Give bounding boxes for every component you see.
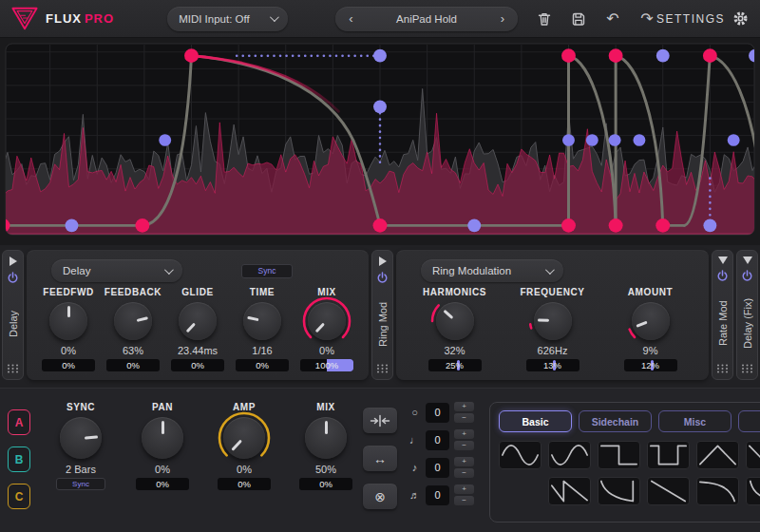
shape-sine[interactable]	[499, 441, 542, 469]
mod-amount-slider[interactable]: 12%	[624, 359, 677, 371]
lfo-knob-row: SYNC2 BarsSync PAN0%0% AMP0%0% MIX50%0%	[49, 402, 357, 490]
mix-knob[interactable]	[308, 302, 346, 340]
lfo-slot-c[interactable]: C	[8, 484, 30, 509]
preset-name[interactable]: AniPad Hold	[396, 13, 457, 25]
amount-knob[interactable]	[632, 302, 670, 340]
delete-preset-button[interactable]	[535, 10, 554, 28]
converge-arrows-icon	[370, 414, 390, 428]
mod-amount-slider[interactable]: 0%	[42, 359, 95, 371]
decrement-button[interactable]: −	[454, 468, 474, 478]
power-icon[interactable]	[741, 270, 753, 282]
knob-pointer	[636, 321, 647, 328]
module-strip-rate-mod[interactable]: Rate Mod	[712, 250, 733, 380]
knob-value: 63%	[123, 345, 143, 356]
decrement-button[interactable]: −	[454, 496, 474, 505]
module-strip-label: Delay (Fix)	[742, 288, 753, 358]
lfo-slot-a[interactable]: A	[8, 409, 30, 435]
glide-knob[interactable]	[179, 302, 217, 340]
preset-prev-button[interactable]: ‹	[347, 11, 354, 26]
drag-handle-icon[interactable]	[376, 364, 389, 373]
preset-next-button[interactable]: ›	[499, 11, 506, 26]
settings-button[interactable]: SETTINGS	[656, 10, 749, 27]
decrement-button[interactable]: −	[454, 413, 474, 423]
drag-handle-icon[interactable]	[7, 364, 19, 373]
redo-button[interactable]: ↷	[637, 10, 656, 28]
shape-square-inv[interactable]	[647, 441, 690, 469]
power-icon[interactable]	[7, 272, 19, 284]
sync-toggle[interactable]: Sync	[56, 478, 105, 490]
mod-amount-slider[interactable]: 0%	[218, 478, 271, 490]
delay-type-dropdown[interactable]: Delay	[51, 259, 182, 282]
decrement-button[interactable]: −	[454, 441, 474, 450]
preset-selector: ‹ AniPad Hold ›	[335, 7, 518, 31]
shape-saw-double[interactable]	[548, 477, 591, 505]
module-strip-ring-mod[interactable]: Ring Mod	[371, 250, 393, 380]
feedback-knob[interactable]	[114, 302, 152, 340]
mod-amount-slider[interactable]: 0%	[171, 359, 224, 371]
knob-label: SYNC	[66, 402, 95, 412]
delay-sync-toggle[interactable]: Sync	[241, 264, 293, 278]
mod-value: 0%	[136, 478, 189, 490]
frequency-knob[interactable]	[534, 302, 572, 340]
power-icon[interactable]	[376, 272, 389, 284]
mix-knob[interactable]	[305, 417, 347, 459]
step-value[interactable]: 0	[426, 430, 449, 450]
step-value[interactable]: 0	[426, 403, 449, 423]
shape-triangle[interactable]	[696, 441, 739, 469]
shape-sine-inv[interactable]	[548, 441, 591, 469]
tab-user[interactable]: User	[738, 410, 760, 432]
envelope-editor-canvas[interactable]	[3, 42, 757, 239]
sync-knob[interactable]	[60, 417, 102, 459]
collapse-arrow-icon[interactable]	[10, 256, 17, 266]
harmonics-knob[interactable]	[436, 302, 474, 340]
mod-amount-slider[interactable]: 0%	[299, 478, 352, 490]
collapse-arrow-icon[interactable]	[718, 256, 728, 264]
shape-log-decay[interactable]	[696, 477, 739, 505]
collapse-arrow-icon[interactable]	[743, 256, 752, 264]
step-value[interactable]: 0	[426, 485, 449, 505]
power-icon[interactable]	[716, 270, 729, 282]
increment-button[interactable]: +	[454, 457, 474, 466]
trash-icon	[537, 11, 552, 27]
tab-basic[interactable]: Basic	[499, 410, 572, 432]
collapse-arrow-icon[interactable]	[379, 256, 387, 266]
shape-exp-decay[interactable]	[746, 477, 760, 505]
shape-exp-reset[interactable]	[598, 477, 640, 505]
mod-amount-slider[interactable]: 13%	[526, 359, 580, 371]
drag-handle-icon[interactable]	[741, 364, 753, 373]
mod-amount-slider[interactable]: 25%	[428, 359, 482, 371]
module-strip-delay-fix[interactable]: Delay (Fix)	[736, 250, 758, 380]
shape-ramp-down[interactable]	[647, 477, 690, 505]
stretch-horizontal-button[interactable]: ↔	[363, 446, 397, 471]
midi-input-dropdown[interactable]: MIDI Input: Off	[167, 7, 288, 31]
undo-button[interactable]: ↶	[603, 10, 622, 28]
feedfwd-knob[interactable]	[49, 302, 87, 340]
lfo-slot-b[interactable]: B	[8, 446, 30, 472]
note-icon: ○	[408, 407, 421, 418]
drag-handle-icon[interactable]	[716, 364, 729, 373]
snap-points-button[interactable]	[363, 408, 397, 433]
glide-knob-block: GLIDE23.44ms0%	[165, 287, 230, 371]
pan-knob[interactable]	[142, 417, 183, 459]
save-preset-button[interactable]	[569, 10, 588, 28]
shape-square[interactable]	[598, 441, 640, 469]
step-value[interactable]: 0	[426, 458, 449, 478]
shape-triangle-inv[interactable]	[746, 441, 760, 469]
tab-misc[interactable]: Misc	[658, 410, 732, 432]
tab-sidechain[interactable]: Sidechain	[579, 410, 652, 432]
clear-envelope-button[interactable]: ⊗	[363, 484, 397, 509]
mod-amount-slider[interactable]: 0%	[106, 359, 160, 371]
module-strip-delay[interactable]: Delay	[2, 250, 24, 380]
ring-mod-type-dropdown[interactable]: Ring Modulation	[421, 259, 563, 282]
mod-amount-slider[interactable]: 0%	[136, 478, 189, 490]
mod-amount-slider[interactable]: 0%	[236, 359, 289, 371]
increment-button[interactable]: +	[454, 429, 474, 439]
increment-button[interactable]: +	[454, 402, 474, 411]
time-knob-block: TIME1/160%	[230, 287, 294, 371]
increment-button[interactable]: +	[454, 484, 474, 494]
toolbar-icons: ↶ ↷	[535, 10, 656, 28]
amp-knob[interactable]	[223, 417, 265, 459]
mod-amount-slider[interactable]: 100%	[300, 359, 353, 371]
time-knob[interactable]	[243, 302, 281, 340]
saw-double-waveform-icon	[549, 477, 590, 505]
